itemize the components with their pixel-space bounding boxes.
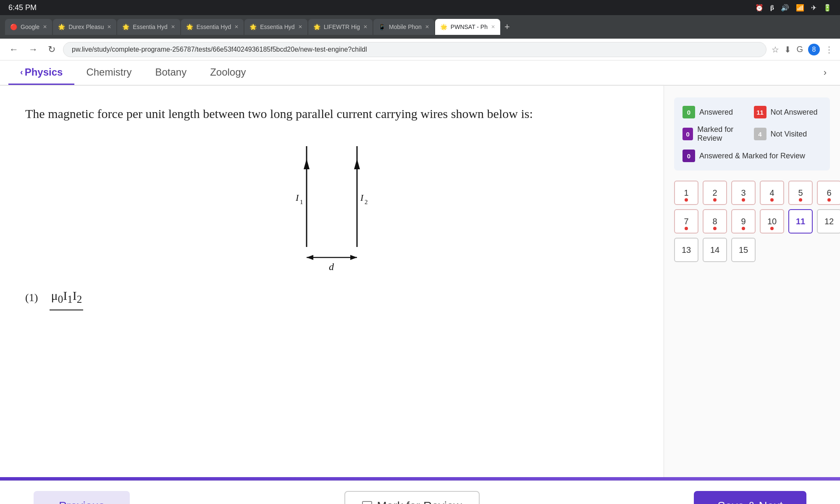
- formula-expression: μ0I1I2: [50, 285, 83, 311]
- tab-close-google[interactable]: ✕: [43, 24, 47, 30]
- tab-durex[interactable]: 🌟 Durex Pleasu ✕: [53, 19, 116, 35]
- bottom-bar: Previous Mark for Review Save & Next: [0, 480, 840, 504]
- not-answered-badge: 11: [754, 106, 766, 118]
- question-number-7[interactable]: 7: [674, 209, 698, 234]
- status-icons: ⏰ 𝛃 🔊 📶 ✈ 🔋: [755, 4, 832, 12]
- profile-icon[interactable]: 8: [808, 44, 820, 55]
- answered-marked-badge: 0: [682, 150, 695, 162]
- browser-tab-bar: 🔴 Google ✕ 🌟 Durex Pleasu ✕ 🌟 Essentia H…: [0, 15, 840, 39]
- svg-text:d: d: [329, 261, 334, 272]
- subject-tab-chemistry-label: Chemistry: [86, 66, 131, 78]
- question-number-12[interactable]: 12: [817, 209, 840, 234]
- svg-marker-10: [350, 255, 357, 260]
- tab-essentia1[interactable]: 🌟 Essentia Hyd ✕: [117, 19, 180, 35]
- save-next-button[interactable]: Save & Next: [694, 491, 806, 504]
- tab-google[interactable]: 🔴 Google ✕: [5, 19, 52, 35]
- new-tab-button[interactable]: +: [501, 21, 513, 32]
- tab-essentia3[interactable]: 🌟 Essentia Hyd ✕: [244, 19, 307, 35]
- volume-icon: 🔊: [781, 4, 789, 12]
- subject-tab-botany-label: Botany: [155, 66, 186, 78]
- mark-review-checkbox: [362, 501, 372, 504]
- address-bar-icons: ☆ ⬇ G 8 ⋮: [772, 44, 833, 55]
- chevron-left-icon: ‹: [20, 67, 23, 77]
- not-visited-badge: 4: [754, 128, 766, 140]
- svg-marker-2: [304, 159, 310, 169]
- tab-label-essentia3: Essentia Hyd: [260, 24, 294, 30]
- svg-text:1: 1: [300, 199, 303, 205]
- address-bar-row: ← → ↻ ☆ ⬇ G 8 ⋮: [0, 39, 840, 60]
- subject-tab-chemistry[interactable]: Chemistry: [74, 60, 143, 85]
- answered-badge: 0: [682, 106, 695, 118]
- question-area: The magnetic force per unit length betwe…: [0, 86, 664, 477]
- status-time: 6:45 PM: [8, 3, 37, 12]
- subject-tab-botany[interactable]: Botany: [143, 60, 198, 85]
- question-number-11[interactable]: 11: [788, 209, 813, 234]
- subject-tab-zoology-label: Zoology: [210, 66, 246, 78]
- alarm-icon: ⏰: [755, 4, 764, 12]
- tab-label-essentia2: Essentia Hyd: [197, 24, 231, 30]
- question-text: The magnetic force per unit length betwe…: [25, 102, 638, 125]
- subject-tab-physics[interactable]: ‹ Physics: [8, 60, 74, 85]
- question-number-5[interactable]: 5: [788, 181, 813, 205]
- subject-tabs: ‹ Physics Chemistry Botany Zoology ›: [0, 60, 840, 86]
- tab-pwnsat[interactable]: 🌟 PWNSAT - Ph ✕: [435, 19, 500, 35]
- menu-icon[interactable]: ⋮: [825, 45, 833, 55]
- tab-essentia2[interactable]: 🌟 Essentia Hyd ✕: [181, 19, 244, 35]
- right-panel: 0 Answered 11 Not Answered 0 Marked for …: [664, 86, 840, 477]
- airplane-icon: ✈: [811, 4, 816, 12]
- marked-review-badge: 0: [682, 128, 693, 140]
- subject-tabs-right-arrow[interactable]: ›: [819, 67, 832, 78]
- main-content: The magnetic force per unit length betwe…: [0, 86, 840, 477]
- svg-text:I: I: [360, 192, 364, 203]
- svg-marker-3: [354, 159, 360, 169]
- question-number-9[interactable]: 9: [731, 209, 756, 234]
- tab-label-lifewtr: LIFEWTR Hig: [324, 24, 360, 30]
- status-bar: 6:45 PM ⏰ 𝛃 🔊 📶 ✈ 🔋: [0, 0, 840, 15]
- bookmark-icon[interactable]: ☆: [772, 45, 779, 55]
- legend-not-visited: 4 Not Visited: [754, 125, 822, 143]
- question-number-10[interactable]: 10: [760, 209, 784, 234]
- subject-tab-physics-label: Physics: [25, 66, 63, 78]
- question-number-grid: 1 2 3 4 5 6 7 8 9 10 11 12 13 14 15: [674, 181, 830, 262]
- tab-label-durex: Durex Pleasu: [68, 24, 104, 30]
- question-number-4[interactable]: 4: [760, 181, 784, 205]
- forward-button[interactable]: →: [26, 42, 40, 58]
- tab-lifewtr[interactable]: 🌟 LIFEWTR Hig ✕: [308, 19, 373, 35]
- diagram-area: I 1 I 2 d: [25, 138, 638, 272]
- legend-marked-review: 0 Marked for Review: [682, 125, 751, 143]
- progress-bar: [0, 477, 840, 480]
- question-number-13[interactable]: 13: [674, 238, 698, 262]
- address-input[interactable]: [63, 42, 766, 57]
- question-number-6[interactable]: 6: [817, 181, 840, 205]
- question-number-14[interactable]: 14: [703, 238, 727, 262]
- back-button[interactable]: ←: [7, 42, 21, 58]
- network-icon: 📶: [796, 4, 804, 12]
- question-number-15[interactable]: 15: [731, 238, 756, 262]
- legend-grid: 0 Answered 11 Not Answered 0 Marked for …: [674, 97, 830, 171]
- tab-label-mobile: Mobile Phon: [389, 24, 422, 30]
- question-number-8[interactable]: 8: [703, 209, 727, 234]
- formula-numerator: μ0I1I2: [51, 285, 82, 309]
- question-number-1[interactable]: 1: [674, 181, 698, 205]
- tab-label-pwnsat: PWNSAT - Ph: [451, 24, 488, 30]
- formula-area: (1) μ0I1I2: [25, 285, 638, 311]
- question-number-3[interactable]: 3: [731, 181, 756, 205]
- bluetooth-icon: 𝛃: [770, 4, 774, 11]
- question-number-2[interactable]: 2: [703, 181, 727, 205]
- legend-answered: 0 Answered: [682, 106, 751, 118]
- translate-icon[interactable]: G: [796, 45, 803, 54]
- tab-mobile[interactable]: 📱 Mobile Phon ✕: [373, 19, 434, 35]
- svg-text:I: I: [295, 192, 299, 203]
- tab-label-google: Google: [21, 24, 39, 30]
- download-icon[interactable]: ⬇: [784, 45, 791, 55]
- tab-label-essentia1: Essentia Hyd: [133, 24, 167, 30]
- subject-tab-zoology[interactable]: Zoology: [198, 60, 257, 85]
- legend-not-answered: 11 Not Answered: [754, 106, 822, 118]
- reload-button[interactable]: ↻: [45, 42, 58, 58]
- svg-text:2: 2: [365, 199, 368, 205]
- legend-answered-marked: 0 Answered & Marked for Review: [682, 150, 822, 162]
- previous-button[interactable]: Previous: [34, 491, 130, 504]
- diagram-svg: I 1 I 2 d: [265, 138, 399, 272]
- mark-review-button[interactable]: Mark for Review: [344, 491, 480, 504]
- battery-icon: 🔋: [823, 4, 832, 12]
